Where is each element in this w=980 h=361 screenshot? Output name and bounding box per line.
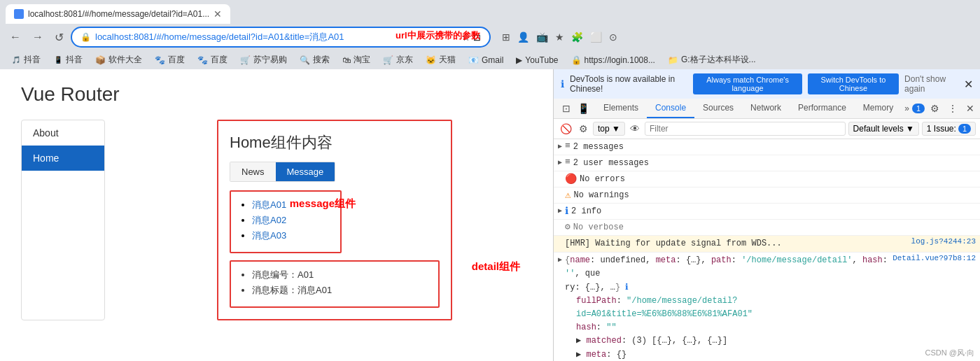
warning-icon: ⚠: [565, 189, 570, 201]
sidebar-item-about[interactable]: About: [22, 120, 104, 146]
taobao-favicon: 🛍: [342, 55, 351, 65]
tab-network[interactable]: Network: [742, 99, 790, 118]
bookmark-tianmao[interactable]: 🐱 天猫: [420, 52, 461, 67]
youtube-favicon: ▶: [516, 55, 522, 65]
bookmark-gmail[interactable]: 📧 Gmail: [463, 54, 509, 66]
devtools-panel: ℹ DevTools is now available in Chinese! …: [553, 69, 980, 361]
notification-badge: 1: [912, 104, 925, 113]
bookmark-suning[interactable]: 🛒 苏宁易购: [234, 52, 293, 67]
list-item: 消息A03: [252, 229, 330, 242]
tab-sources[interactable]: Sources: [694, 99, 742, 118]
console-row: ▶ 🔴 No errors: [554, 171, 980, 187]
sidebar-item-home[interactable]: Home: [22, 146, 104, 171]
suning-favicon: 🛒: [240, 55, 251, 65]
cast-icon[interactable]: 📺: [533, 29, 551, 45]
no-show-link[interactable]: Don't show again: [904, 74, 958, 94]
account-circle-icon[interactable]: ⊙: [606, 29, 620, 45]
forward-button[interactable]: →: [28, 28, 48, 46]
message-link-a02[interactable]: 消息A02: [252, 215, 286, 225]
bookmark-label: 软件大全: [108, 54, 142, 66]
console-filter-input[interactable]: [645, 122, 846, 136]
extensions-icon[interactable]: ⊞: [499, 29, 513, 45]
console-row-object: ▶ {name: undefined, meta: {…}, path: '/h…: [554, 253, 980, 361]
tab-btn-message[interactable]: Message: [276, 162, 335, 181]
list-item: 消息A02: [252, 214, 330, 227]
puzzle-icon[interactable]: 🧩: [568, 29, 586, 45]
webpage: Vue Router About Home Home组件内容 News Mess…: [0, 69, 553, 361]
devtools-settings-icon[interactable]: ⚙: [927, 100, 942, 117]
console-settings-icon[interactable]: ⚙: [577, 121, 590, 136]
tab-performance[interactable]: Performance: [790, 99, 855, 118]
hmr-source[interactable]: log.js?4244:23: [911, 237, 976, 246]
tab-btn-news[interactable]: News: [230, 162, 276, 181]
no-verbose-text: No verbose: [573, 221, 976, 234]
bookmark-login1008[interactable]: 🔒 https://login.1008...: [566, 54, 661, 66]
device-toolbar-icon[interactable]: 📱: [575, 100, 592, 117]
tab-memory[interactable]: Memory: [855, 99, 902, 118]
issues-badge: 1: [958, 124, 971, 134]
devtools-more-options-icon[interactable]: ⋮: [945, 100, 960, 117]
bookmark-label: 百度: [211, 54, 227, 66]
bookmark-taobao[interactable]: 🛍 淘宝: [337, 52, 376, 67]
detail-row: 消息编号：A01 消息标题：消息A01 detail组件: [230, 253, 440, 308]
context-label: top ▼: [598, 124, 620, 134]
bookmark-gezi[interactable]: 📁 G:格子达本科毕设...: [662, 52, 762, 67]
message-component-label: message组件: [290, 197, 356, 211]
expand-icon[interactable]: ▶: [558, 141, 562, 150]
inspect-element-icon[interactable]: ⊡: [559, 100, 573, 117]
bookmark-label: G:格子达本科毕设...: [681, 54, 756, 66]
devtools-close-bar: ✕: [964, 78, 973, 91]
clear-console-icon[interactable]: 🚫: [558, 121, 574, 136]
bookmark-label: Gmail: [482, 55, 503, 65]
refresh-button[interactable]: ↺: [50, 28, 68, 47]
tab-console[interactable]: Console: [647, 99, 694, 118]
bookmark-youtube[interactable]: ▶ YouTube: [510, 54, 564, 66]
tab-elements[interactable]: Elements: [595, 99, 647, 118]
switch-devtools-lang-button[interactable]: Switch DevTools to Chinese: [808, 73, 899, 94]
tab-favicon: [14, 9, 24, 19]
bookmark-label: 淘宝: [354, 54, 370, 66]
always-match-lang-button[interactable]: Always match Chrome's language: [693, 73, 802, 94]
bookmark-tiktok2[interactable]: 📱 抖音: [48, 52, 88, 67]
baidu1-favicon: 🐾: [155, 55, 165, 65]
toolbar-icons: ⊞ 👤 📺 ★ 🧩 ⬜ ⊙: [499, 29, 620, 45]
nav-sidebar: About Home: [21, 120, 105, 320]
tab-close-icon[interactable]: ✕: [214, 8, 222, 20]
bookmark-baidu2[interactable]: 🐾 百度: [192, 52, 233, 67]
expand-icon[interactable]: ▶: [558, 205, 562, 215]
bookmark-label: 抖音: [24, 54, 41, 66]
console-toolbar: 🚫 ⚙ top ▼ 👁 Default levels ▼ 1 Issue: 1: [554, 119, 980, 139]
hash-line: hash: "": [565, 321, 890, 334]
more-tabs-icon[interactable]: »: [902, 99, 912, 118]
devtools-close-icon[interactable]: ✕: [963, 100, 977, 117]
console-context-selector[interactable]: top ▼: [593, 122, 625, 136]
search-favicon: 🔍: [300, 55, 310, 65]
browser-tab[interactable]: localhost:8081/#/home/message/detail?id=…: [6, 4, 230, 24]
gmail-favicon: 📧: [468, 55, 479, 65]
bookmark-search[interactable]: 🔍 搜索: [294, 52, 335, 67]
gezi-favicon: 📁: [668, 55, 678, 65]
bookmark-jd[interactable]: 🛒 京东: [377, 52, 419, 67]
console-issues-btn[interactable]: 1 Issue: 1: [922, 122, 976, 136]
devtools-info-close-icon[interactable]: ✕: [964, 78, 973, 91]
star-bookmark-icon[interactable]: ★: [552, 29, 567, 45]
message-link-a03[interactable]: 消息A03: [252, 230, 286, 241]
window-icon[interactable]: ⬜: [587, 29, 605, 45]
bookmark-baidu1[interactable]: 🐾 百度: [149, 52, 190, 67]
object-source[interactable]: Detail.vue?97b8:12: [892, 254, 976, 262]
browser-chrome: localhost:8081/#/home/message/detail?id=…: [0, 0, 980, 69]
main-area: Vue Router About Home Home组件内容 News Mess…: [0, 69, 980, 361]
expand-icon[interactable]: ▶: [558, 254, 562, 264]
back-button[interactable]: ←: [6, 28, 25, 46]
profile-icon[interactable]: 👤: [514, 29, 532, 45]
expand-icon[interactable]: ▶: [558, 157, 562, 167]
devtools-tab-icons: ⊡ 📱: [556, 100, 595, 117]
message-link-a01[interactable]: 消息A01: [252, 199, 286, 210]
two-info-text: 2 info: [571, 205, 976, 218]
bookmark-software[interactable]: 📦 软件大全: [90, 52, 148, 67]
console-eye-icon[interactable]: 👁: [628, 121, 642, 136]
console-levels-selector[interactable]: Default levels ▼: [848, 122, 919, 136]
bookmark-label: 搜索: [313, 54, 330, 66]
bookmark-tiktok[interactable]: 🎵 抖音: [6, 52, 46, 67]
no-errors-text: No errors: [580, 173, 976, 185]
